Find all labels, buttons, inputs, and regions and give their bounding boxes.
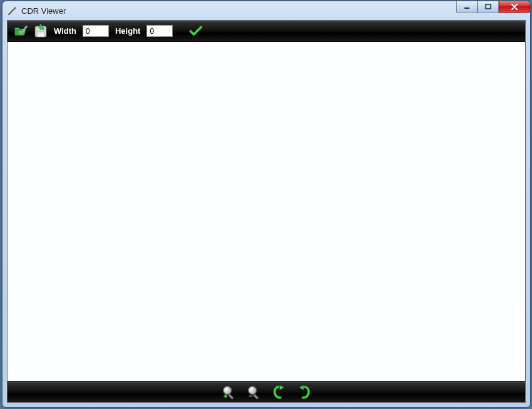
- height-input[interactable]: [146, 25, 173, 37]
- window-title: CDR Viewer: [21, 6, 66, 16]
- maximize-icon: [485, 4, 491, 10]
- rotate-left-button[interactable]: [272, 385, 286, 399]
- svg-point-10: [248, 386, 256, 394]
- svg-rect-9: [228, 393, 233, 399]
- maximize-button[interactable]: [478, 1, 499, 13]
- canvas-viewport[interactable]: [8, 42, 525, 381]
- svg-rect-11: [253, 393, 258, 399]
- bottom-toolbar: [8, 381, 525, 402]
- close-button[interactable]: [499, 1, 530, 13]
- height-label: Height: [115, 26, 140, 36]
- zoom-out-button[interactable]: [247, 385, 261, 399]
- save-disk-icon: [34, 24, 48, 38]
- open-folder-check-icon: [14, 24, 28, 38]
- svg-marker-12: [279, 385, 284, 390]
- rotate-right-button[interactable]: [297, 385, 311, 399]
- rotate-left-icon: [272, 385, 286, 400]
- apply-button[interactable]: [189, 24, 203, 38]
- zoom-out-icon: [247, 385, 261, 400]
- width-input[interactable]: [83, 25, 109, 37]
- svg-rect-3: [486, 4, 491, 9]
- minimize-button[interactable]: [456, 1, 478, 13]
- save-button[interactable]: [34, 24, 48, 38]
- svg-marker-13: [299, 385, 304, 390]
- open-button[interactable]: [14, 24, 28, 38]
- application-window: CDR Viewer: [2, 1, 531, 408]
- window-controls: [456, 1, 530, 13]
- svg-rect-7: [37, 32, 44, 37]
- zoom-in-button[interactable]: [222, 385, 236, 399]
- zoom-in-icon: [222, 385, 236, 400]
- svg-point-8: [223, 386, 231, 394]
- svg-line-0: [9, 8, 16, 14]
- checkmark-icon: [189, 24, 203, 38]
- width-label: Width: [54, 26, 76, 36]
- rotate-right-icon: [297, 385, 311, 400]
- client-area: Width Height: [7, 20, 526, 403]
- svg-rect-2: [464, 8, 469, 9]
- top-toolbar: Width Height: [8, 21, 525, 42]
- close-icon: [511, 4, 518, 10]
- app-pencil-icon: [8, 6, 18, 16]
- minimize-icon: [464, 4, 470, 10]
- title-bar[interactable]: CDR Viewer: [3, 1, 530, 20]
